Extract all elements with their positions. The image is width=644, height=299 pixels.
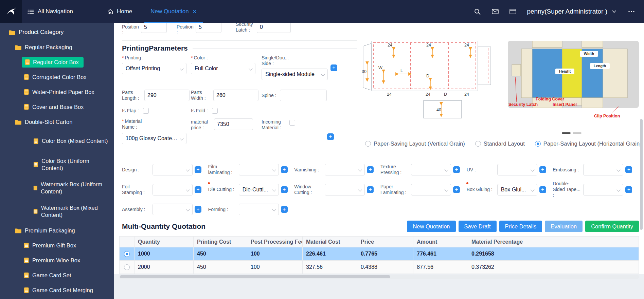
sidebar-item-premium-packaging[interactable]: Premium Packaging <box>0 223 114 238</box>
sidebar-item-double-slot-carton[interactable]: Double-Slot Carton <box>0 114 114 129</box>
mail-icon[interactable] <box>491 8 499 15</box>
close-icon[interactable] <box>192 9 197 14</box>
table-row[interactable]: 2000450100327.560.4388877.560.373262 <box>120 261 639 274</box>
process-foil-stamping: Foil Stamping :+ <box>122 181 208 198</box>
process-die-cutting-select[interactable]: Die-Cutti... <box>239 184 279 195</box>
add-process-button[interactable]: + <box>367 166 374 173</box>
table-row[interactable]: 1000450100226.4610.7765776.4610.291658 <box>120 247 639 261</box>
sidebar-item-regular-color-box[interactable]: Regular Color Box <box>0 55 114 70</box>
sidebar-item-water-printed-paper-box[interactable]: Water-Printed Paper Box <box>0 85 114 99</box>
sidebar-item-label: Regular Packaging <box>25 44 72 51</box>
sidebar-item-game-card-set-merging[interactable]: Game Card Set Merging <box>0 283 114 298</box>
table-row[interactable]: 3000450100430.6810.3269980.6810.439165 <box>120 274 639 275</box>
search-icon[interactable] <box>473 8 481 16</box>
process-box-gluing-select[interactable]: Box Glui... <box>497 184 537 195</box>
radio-paper-saving-vertical[interactable]: Paper-Saving Layout (Vertical Grain) <box>365 141 465 147</box>
sidebar-item-premium-gift-box[interactable]: Premium Gift Box <box>0 238 114 253</box>
doc-icon <box>24 257 29 263</box>
add-process-button[interactable]: + <box>195 186 201 193</box>
new-quotation-button[interactable]: New Quotation <box>407 221 455 232</box>
chevron-down-icon <box>321 72 325 76</box>
tab-new-quotation-label: New Quotation <box>150 8 189 15</box>
material-name-select[interactable]: 100g Glossy Coated ... <box>122 133 186 144</box>
add-process-button[interactable]: + <box>195 206 201 213</box>
horizontal-scrollbar[interactable] <box>119 275 639 279</box>
add-process-button[interactable]: + <box>195 166 201 173</box>
carousel-dot-active[interactable] <box>562 132 571 134</box>
add-process-button[interactable]: + <box>625 186 632 193</box>
row-radio[interactable] <box>123 264 131 270</box>
sidebar-item-corrugated-color-box[interactable]: Corrugated Color Box <box>0 70 114 85</box>
process-forming-select[interactable] <box>239 204 279 215</box>
process-paper-laminating-select[interactable] <box>411 184 451 195</box>
parts-length-input[interactable] <box>144 90 190 101</box>
add-process-button[interactable]: + <box>281 166 288 173</box>
process-foil-stamping-select[interactable] <box>153 184 193 195</box>
process-uv-select[interactable] <box>497 164 537 175</box>
row-radio-selected[interactable] <box>123 251 131 257</box>
process-varnishing-select[interactable] <box>325 164 365 175</box>
sidebar-item-cover-and-base-box[interactable]: Cover and Base Box <box>0 99 114 114</box>
security-latch-input[interactable] <box>257 23 291 33</box>
parts-width-input[interactable] <box>213 90 258 101</box>
process-window-cutting-select[interactable] <box>325 184 365 195</box>
tab-new-quotation[interactable]: New Quotation <box>144 0 203 23</box>
save-draft-button[interactable]: Save Draft <box>459 221 497 232</box>
add-process-button[interactable]: + <box>539 166 546 173</box>
radio-standard-layout[interactable]: Standard Layout <box>475 141 525 147</box>
process-double-sided-tape-select[interactable] <box>583 184 623 195</box>
add-process-button[interactable]: + <box>367 186 374 193</box>
window-icon[interactable] <box>509 8 517 15</box>
process-design: Design :+ <box>122 164 208 175</box>
add-side-button[interactable]: + <box>330 64 337 71</box>
clip-position-input[interactable] <box>141 23 167 33</box>
incoming-material-checkbox[interactable] <box>289 120 295 126</box>
sidebar-item-color-box-uniform[interactable]: Color Box (Uniform Content) <box>0 153 114 176</box>
app-logo[interactable] <box>0 0 22 23</box>
color-select[interactable]: Full Color <box>191 63 255 74</box>
sidebar-item-color-box-mixed[interactable]: Color Box (Mixed Content) <box>0 129 114 153</box>
fold-position-input[interactable] <box>196 23 221 33</box>
add-process-button[interactable]: + <box>453 186 460 193</box>
vertical-scrollbar[interactable] <box>640 119 643 230</box>
add-process-button[interactable]: + <box>281 206 288 213</box>
price-details-button[interactable]: Price Details <box>499 221 542 232</box>
doc-icon <box>33 185 38 191</box>
add-process-button[interactable]: + <box>625 166 632 173</box>
add-process-button[interactable]: + <box>281 186 288 193</box>
more-options-icon[interactable] <box>628 8 635 15</box>
diagram-panel: 24 24 24 30 W L D 24 24 <box>357 41 642 147</box>
tab-home[interactable]: Home <box>100 0 139 23</box>
sidebar-item-watermark-box-mixed[interactable]: Watermark Box (Mixed Content) <box>0 200 114 223</box>
is-flap-checkbox[interactable] <box>143 108 149 114</box>
sidebar-item-regular-packaging[interactable]: Regular Packaging <box>0 40 114 55</box>
printing-select[interactable]: Offset Printing <box>122 63 186 74</box>
confirm-quantity-button[interactable]: Confirm Quantity <box>585 221 639 232</box>
quotation-title: Multi-Quantity Quotation <box>122 222 205 230</box>
fold-position-label: Fold Position : <box>177 23 196 36</box>
add-process-button[interactable]: + <box>539 186 546 193</box>
carousel-dot[interactable] <box>573 132 582 134</box>
sidebar-item-label: Double-Slot Carton <box>25 119 72 125</box>
process-film-laminating-select[interactable] <box>239 164 279 175</box>
add-material-button[interactable]: + <box>327 133 334 140</box>
sidebar-item-premium-wine-box[interactable]: Premium Wine Box <box>0 253 114 268</box>
process-design-select[interactable] <box>153 164 193 175</box>
sidebar-item-watermark-box-uniform[interactable]: Watermark Box (Uniform Content) <box>0 176 114 200</box>
process-assembly-select[interactable] <box>153 204 193 215</box>
radio-paper-saving-horizontal[interactable]: Paper-Saving Layout (Horizontal Grain) <box>535 141 642 147</box>
spine-input[interactable] <box>280 90 327 101</box>
process-label: Forming : <box>208 207 237 212</box>
single-double-side-select[interactable]: Single-sided Module <box>262 69 328 80</box>
process-embossing-select[interactable] <box>583 164 623 175</box>
horizontal-scrollbar-thumb[interactable] <box>120 275 390 278</box>
user-menu[interactable]: penny(Super Administrator ) <box>527 8 618 15</box>
material-price-input[interactable] <box>214 118 253 130</box>
all-navigation-button[interactable]: All Navigation <box>22 0 80 23</box>
process-texture-pressing-select[interactable] <box>411 164 451 175</box>
evaluation-button[interactable]: Evaluation <box>545 221 583 232</box>
sidebar-item-game-card-set[interactable]: Game Card Set <box>0 268 114 283</box>
is-fold-checkbox[interactable] <box>212 108 218 114</box>
radio-label: Paper-Saving Layout (Horizontal Grain) <box>543 141 642 147</box>
add-process-button[interactable]: + <box>453 166 460 173</box>
